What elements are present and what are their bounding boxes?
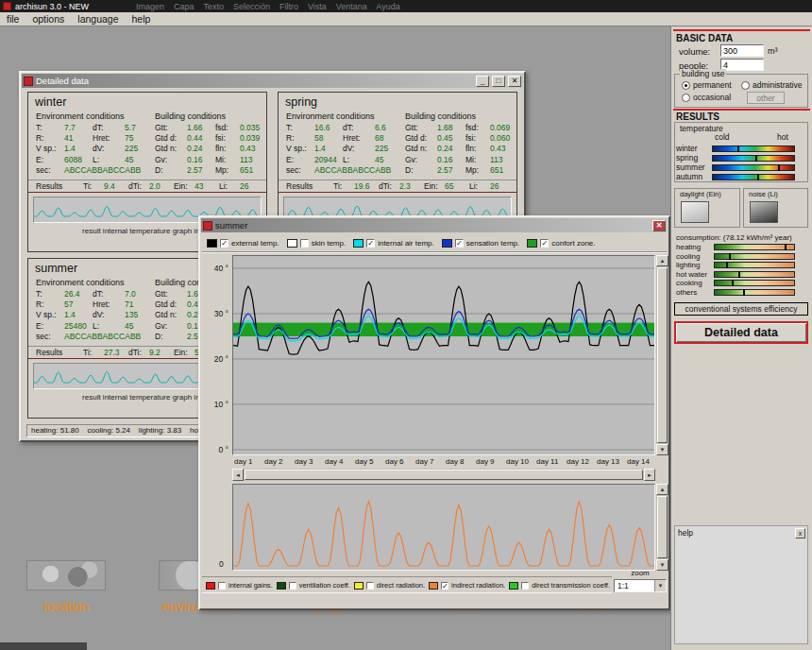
conventional-systems-efficiency-button[interactable]: conventional systems efficiency [674,302,808,316]
indirect-radiation-checkbox[interactable] [441,582,448,590]
close-icon[interactable]: ✕ [652,220,666,231]
ventilation-coeff-checkbox[interactable] [289,582,296,590]
occasional-radio-icon[interactable] [682,94,690,102]
detailed-data-button[interactable]: Detailed data [674,321,808,344]
main-chart-scrollbar[interactable]: ▲▼ [656,255,668,455]
legend-toggle-direct-transmission-coeff[interactable]: direct transmission coeff. [509,581,610,590]
scrollbar-track[interactable] [244,469,644,481]
result-label: Ti: [83,347,104,358]
season-title: summer [35,262,77,275]
menu-file[interactable]: file [0,13,25,25]
permanent-radio-icon[interactable] [682,81,690,90]
menu-help[interactable]: help [126,13,158,25]
hot-water-label: hot water [674,270,714,279]
radiation-chart-scrollbar[interactable]: ▲▼ [656,484,668,571]
administrative-radio-icon[interactable] [741,81,750,90]
scrollbar-track[interactable] [656,495,668,559]
daylight-scale [681,201,709,223]
scrollbar-thumb[interactable] [245,470,643,480]
legend-toggle-indirect-radiation[interactable]: indirect radiation. [429,581,505,590]
radio-administrative[interactable]: administrative [741,80,802,90]
param-value: 225 [375,144,405,154]
x-axis-label: day 6 [385,457,404,466]
param-value: 1.66 [187,123,215,133]
direct-transmission-coeff-label: direct transmission coeff. [532,581,610,590]
sensation-temp-checkbox[interactable] [455,239,464,248]
series-toggle-skin-temp[interactable]: skin temp. [287,239,346,248]
others-consumption-scale [714,289,795,296]
result-label: Ein: [424,180,445,192]
red-divider [673,29,810,31]
internal-air-temp-checkbox[interactable] [366,239,375,248]
results-label: Results [36,347,83,358]
scrollbar-track[interactable] [656,266,668,444]
scroll-left-icon[interactable]: ◄ [232,469,244,481]
summer-window-titlebar[interactable]: summer ✕ [201,218,668,232]
external-temp-checkbox[interactable] [220,239,228,248]
direct-transmission-coeff-checkbox[interactable] [521,582,529,590]
scroll-right-icon[interactable]: ► [644,469,655,481]
param-label: Gtd d: [155,133,187,144]
autumn-label: autumn [674,172,712,181]
dropdown-arrow-icon[interactable]: ▼ [654,580,666,591]
other-button[interactable]: other [747,92,785,104]
param-value: 57 [64,299,93,310]
param-value: 1.4 [64,310,93,320]
environment-conditions-header: Environment conditions [36,111,125,121]
param-value: 0.16 [437,155,465,165]
menu-options[interactable]: options [25,13,71,25]
scroll-up-icon[interactable]: ▲ [656,255,668,266]
legend-toggle-internal-gains[interactable]: internal gains. [206,581,273,590]
legend-toggle-ventilation-coeff[interactable]: ventilation coeff. [277,581,350,590]
location-thumbnail[interactable] [26,560,106,590]
param-label: D: [155,332,187,342]
x-axis-label: day 10 [506,457,529,466]
series-toggle-external-temp[interactable]: external temp. [207,239,279,248]
param-label: fsi: [465,133,490,144]
zoom-value: 1:1 [615,580,654,591]
series-toggle-confort-zone[interactable]: confort zone. [527,239,595,248]
menu-language[interactable]: language [71,13,125,25]
people-input[interactable] [720,59,764,71]
legend-toggle-direct-radiation[interactable]: direct radiation. [354,581,425,590]
confort-zone-label: confort zone. [551,239,595,248]
scrollbar-thumb[interactable] [657,267,668,443]
horizontal-scrollbar[interactable]: ◄► [232,469,655,481]
scale-marker [737,145,739,152]
consumption-row-others: others [674,288,808,298]
direct-radiation-checkbox[interactable] [366,582,374,590]
radio-permanent[interactable]: permanent [682,80,732,90]
scroll-down-icon[interactable]: ▼ [656,444,668,455]
param-label: Mi: [215,155,240,165]
series-toggle-sensation-temp[interactable]: sensation temp. [442,239,519,248]
internal-gains-checkbox[interactable] [218,582,226,590]
results-row: ResultsTi:19.6dTi:2.3Ein:65Li:26 [279,180,516,193]
param-label: V sp.: [286,144,314,154]
scale-marker [732,280,734,286]
help-panel: help x [674,525,808,644]
series-toggle-internal-air-temp[interactable]: internal air temp. [353,239,434,248]
x-axis-label: day 7 [415,457,434,466]
param-value: 0.44 [187,133,215,144]
skin-temp-checkbox[interactable] [300,239,309,248]
volume-input[interactable] [720,44,764,57]
x-axis-label: day 1 [234,457,253,466]
season-title: spring [285,95,317,109]
confort-zone-checkbox[interactable] [540,239,549,248]
detailed-window-titlebar[interactable]: Detailed data _ □ ✕ [22,74,523,88]
module-location[interactable]: location [26,560,106,614]
autumn-temperature-scale [712,174,795,180]
help-close-button[interactable]: x [795,528,805,539]
scroll-up-icon[interactable]: ▲ [656,484,668,495]
param-value: 41 [64,133,93,144]
scrollbar-thumb[interactable] [657,496,668,558]
param-value: 0.069 [490,123,511,133]
param-label: sec: [36,332,64,342]
close-icon[interactable]: ✕ [508,76,521,87]
maximize-icon[interactable]: □ [492,76,505,87]
radiation-zero-label: 0 [219,559,224,569]
zoom-select[interactable]: 1:1 ▼ [614,579,667,592]
minimize-icon[interactable]: _ [476,76,489,87]
app-titlebar[interactable]: archisun 3.0 - NEW Imagen Capa Texto Sel… [0,0,812,12]
radio-occasional[interactable]: occasional [682,93,731,102]
